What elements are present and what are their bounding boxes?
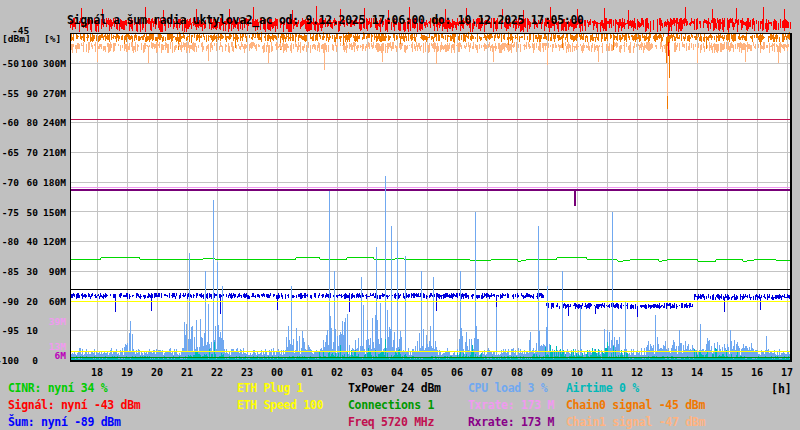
legend-item: Signál: nyní -43 dBm xyxy=(8,397,140,414)
y-axis-rate-marker: 6M xyxy=(26,350,66,361)
legend-item: CPU load 3 % xyxy=(468,380,554,397)
y-axis-tick: 240M xyxy=(26,117,66,128)
x-axis-hour-label: 19 xyxy=(112,367,142,378)
x-axis-hour-label: 23 xyxy=(232,367,262,378)
x-axis-hour-label: 13 xyxy=(652,367,682,378)
y-axis-tick: 180M xyxy=(26,177,66,188)
x-axis-unit: [h] xyxy=(771,382,792,396)
legend-item: CINR: nyní 34 % xyxy=(8,380,140,397)
y-axis-tick: 120M xyxy=(26,236,66,247)
legend-item: Šum: nyní -89 dBm xyxy=(8,414,140,430)
legend-column: TxPower 24 dBmConnections 1Freq 5720 MHz xyxy=(348,380,441,430)
legend-column: ETH Plug 1ETH Speed 100 xyxy=(237,380,323,414)
legend-column: CPU load 3 %Txrate: 173 MRxrate: 173 M xyxy=(468,380,554,430)
x-axis-hour-label: 18 xyxy=(82,367,112,378)
legend-item: Chain1 signal -47 dBm xyxy=(566,414,705,430)
x-axis-hour-label: 22 xyxy=(202,367,232,378)
y-axis-tick: 60M xyxy=(26,296,66,307)
x-axis-hour-label: 12 xyxy=(622,367,652,378)
legend-item: ETH Plug 1 xyxy=(237,380,323,397)
x-axis-hour-label: 04 xyxy=(382,367,412,378)
y-axis-tick: 210M xyxy=(26,147,66,158)
x-axis-hour-label: 01 xyxy=(292,367,322,378)
x-axis-hour-label: 21 xyxy=(172,367,202,378)
legend-item: Airtime 0 % xyxy=(566,380,705,397)
y-axis-tick: 150M xyxy=(26,207,66,218)
x-axis-hour-label: 00 xyxy=(262,367,292,378)
x-axis-hour-label: 05 xyxy=(412,367,442,378)
legend-item: Txrate: 173 M xyxy=(468,397,554,414)
x-axis-hour-label: 08 xyxy=(502,367,532,378)
x-axis-hour-label: 20 xyxy=(142,367,172,378)
x-axis-hour-label: 02 xyxy=(322,367,352,378)
y-axis-rate-marker: 39M xyxy=(26,316,66,327)
x-axis-hour-label: 17 xyxy=(772,367,800,378)
legend-item: Rxrate: 173 M xyxy=(468,414,554,430)
legend-item: Connections 1 xyxy=(348,397,441,414)
legend-item: TxPower 24 dBm xyxy=(348,380,441,397)
y-axis-tick: 90M xyxy=(26,266,66,277)
legend-column: Airtime 0 %Chain0 signal -45 dBmChain1 s… xyxy=(566,380,705,430)
x-axis-hour-label: 09 xyxy=(532,367,562,378)
legend-item: Freq 5720 MHz xyxy=(348,414,441,430)
y-axis-tick: 270M xyxy=(26,88,66,99)
legend-item: Chain0 signal -45 dBm xyxy=(566,397,705,414)
x-axis-hour-label: 07 xyxy=(472,367,502,378)
y-axis-unit-pct: [%] xyxy=(44,33,61,44)
x-axis-hour-label: 03 xyxy=(352,367,382,378)
legend-item: ETH Speed 100 xyxy=(237,397,323,414)
legend-column: CINR: nyní 34 %Signál: nyní -43 dBmŠum: … xyxy=(8,380,140,430)
x-axis-hour-label: 15 xyxy=(712,367,742,378)
x-axis-hour-label: 10 xyxy=(562,367,592,378)
y-axis-unit-dbm: [dBm] xyxy=(2,33,31,44)
x-axis-hour-label: 16 xyxy=(742,367,772,378)
chart-title: Signál a šum radia uktylova2_ac od: 9.12… xyxy=(67,13,584,27)
x-axis-hour-label: 14 xyxy=(682,367,712,378)
x-axis-hour-label: 06 xyxy=(442,367,472,378)
signal-graph-page: Signál a šum radia uktylova2_ac od: 9.12… xyxy=(0,0,800,430)
x-axis-hour-label: 11 xyxy=(592,367,622,378)
y-axis-tick: 300M xyxy=(26,58,66,69)
